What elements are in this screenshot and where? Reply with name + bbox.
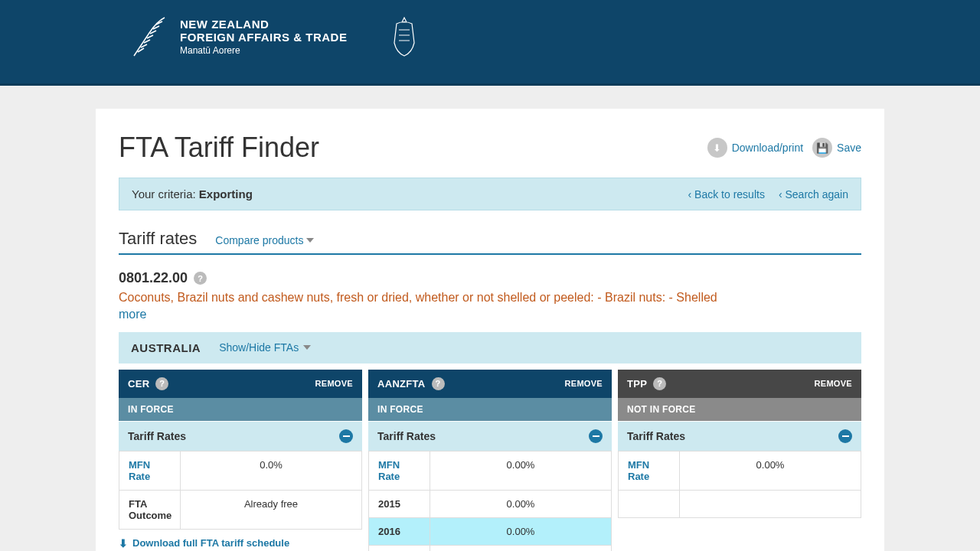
back-to-results-link[interactable]: ‹ Back to results	[688, 188, 765, 201]
download-icon: ⬇	[707, 138, 727, 158]
tariff-rates-label: Tariff Rates	[128, 430, 186, 442]
year-label: 2015	[369, 491, 430, 517]
download-print-button[interactable]: ⬇ Download/print	[707, 138, 803, 158]
fta-column-cer: CER ? REMOVE IN FORCE Tariff Rates MFN R…	[119, 370, 362, 551]
fta-name: AANZFTA	[377, 378, 426, 390]
mfn-rate-value: 0.00%	[430, 452, 611, 490]
fern-icon	[130, 14, 168, 60]
download-schedule-link[interactable]: ⬇ Download full FTA tariff schedule	[119, 537, 362, 549]
criteria-label: Your criteria:	[132, 187, 199, 201]
mfn-rate-label[interactable]: MFN Rate	[119, 452, 181, 490]
empty-cell	[680, 491, 861, 517]
year-value: 0.00%	[430, 546, 611, 551]
chevron-down-icon	[303, 345, 311, 350]
criteria-value: Exporting	[199, 187, 253, 201]
tariff-rates-label: Tariff Rates	[627, 430, 685, 442]
main-content: FTA Tariff Finder ⬇ Download/print 💾 Sav…	[96, 109, 884, 551]
download-icon: ⬇	[119, 537, 128, 549]
page-title: FTA Tariff Finder	[119, 132, 319, 164]
collapse-icon[interactable]	[838, 429, 852, 443]
save-icon: 💾	[812, 138, 832, 158]
more-link[interactable]: more	[119, 308, 146, 321]
status-badge: IN FORCE	[368, 398, 612, 421]
save-button[interactable]: 💾 Save	[812, 138, 861, 158]
country-bar: AUSTRALIA Show/Hide FTAs	[119, 332, 861, 364]
remove-button[interactable]: REMOVE	[815, 379, 852, 388]
remove-button[interactable]: REMOVE	[565, 379, 603, 388]
help-icon[interactable]: ?	[155, 377, 168, 390]
criteria-bar: Your criteria: Exporting ‹ Back to resul…	[119, 178, 861, 210]
mfn-rate-label[interactable]: MFN Rate	[369, 452, 430, 490]
org-name-line3: Manatū Aorere	[180, 45, 347, 56]
product-description: Coconuts, Brazil nuts and cashew nuts, f…	[119, 289, 861, 306]
chevron-down-icon	[306, 238, 314, 243]
fta-outcome-label: FTA Outcome	[119, 491, 181, 529]
collapse-icon[interactable]	[589, 429, 603, 443]
fta-name: TPP	[627, 378, 647, 390]
empty-cell	[619, 491, 680, 517]
show-hide-ftas-dropdown[interactable]: Show/Hide FTAs	[219, 341, 311, 354]
year-value: 0.00%	[430, 518, 611, 545]
org-name-line1: NEW ZEALAND	[180, 18, 347, 31]
search-again-link[interactable]: ‹ Search again	[779, 188, 848, 201]
fta-name: CER	[128, 378, 149, 390]
remove-button[interactable]: REMOVE	[315, 379, 353, 388]
year-label: 2017	[369, 546, 430, 551]
mfn-rate-label[interactable]: MFN Rate	[619, 452, 680, 490]
download-label: Download/print	[732, 142, 803, 154]
org-name-line2: FOREIGN AFFAIRS & TRADE	[180, 31, 347, 44]
collapse-icon[interactable]	[339, 429, 353, 443]
help-icon[interactable]: ?	[432, 377, 445, 390]
tariff-rates-label: Tariff Rates	[377, 430, 436, 442]
year-label: 2016	[369, 518, 430, 545]
status-badge: IN FORCE	[119, 398, 362, 421]
help-icon[interactable]: ?	[194, 272, 207, 285]
fta-outcome-value: Already free	[181, 491, 361, 529]
country-name: AUSTRALIA	[131, 341, 201, 354]
crest-icon	[385, 16, 423, 58]
mfn-rate-value: 0.00%	[680, 452, 861, 490]
year-value: 0.00%	[430, 491, 611, 517]
product-code: 0801.22.00 ?	[119, 270, 207, 286]
site-header: NEW ZEALAND FOREIGN AFFAIRS & TRADE Mana…	[0, 0, 980, 86]
help-icon[interactable]: ?	[653, 377, 666, 390]
fta-column-aanzfta: AANZFTA ? REMOVE IN FORCE Tariff Rates M…	[368, 370, 612, 551]
compare-products-dropdown[interactable]: Compare products	[215, 234, 314, 246]
save-label: Save	[837, 142, 861, 154]
mfn-rate-value: 0.0%	[181, 452, 361, 490]
logo-nzfat[interactable]: NEW ZEALAND FOREIGN AFFAIRS & TRADE Mana…	[130, 14, 347, 60]
status-badge: NOT IN FORCE	[618, 398, 861, 421]
fta-column-tpp: TPP ? REMOVE NOT IN FORCE Tariff Rates M…	[618, 370, 861, 551]
section-tariff-rates: Tariff rates	[119, 229, 197, 249]
